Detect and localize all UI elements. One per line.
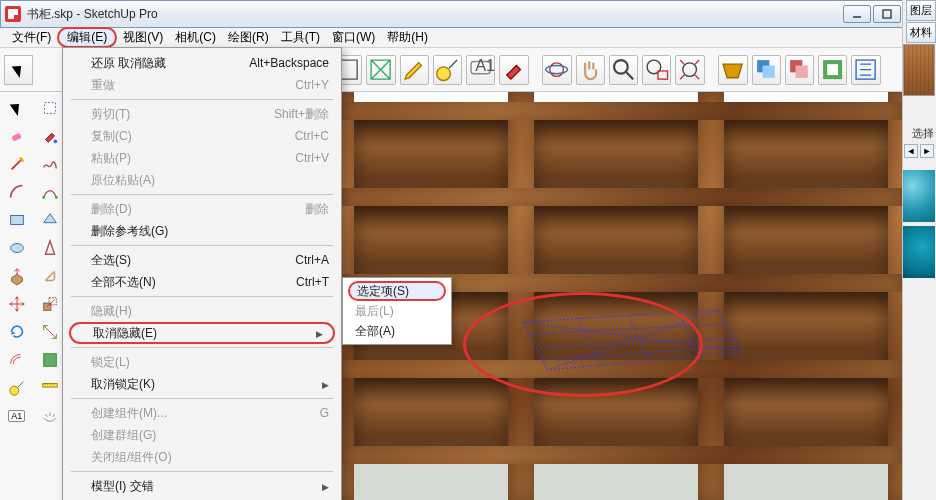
menu-redo[interactable]: 重做Ctrl+Y: [65, 74, 339, 96]
material-swatch-water1[interactable]: [903, 170, 935, 222]
circle-tool[interactable]: [3, 236, 31, 260]
tab-materials[interactable]: 材料: [906, 22, 936, 43]
menu-window[interactable]: 窗口(W): [326, 27, 381, 48]
tool-pencil-icon[interactable]: [400, 55, 429, 85]
svg-rect-21: [10, 216, 23, 225]
tool-zoomext-icon[interactable]: [675, 55, 704, 85]
tool-shadows-icon[interactable]: [752, 55, 781, 85]
menu-delete-guides[interactable]: 删除参考线(G): [65, 220, 339, 242]
tool-section-icon[interactable]: [718, 55, 747, 85]
rotate-tool[interactable]: [3, 320, 31, 344]
tab-layers[interactable]: 图层: [906, 0, 936, 21]
tool-zoom-icon[interactable]: [609, 55, 638, 85]
arc-tool[interactable]: [3, 180, 31, 204]
nav-forward-button[interactable]: ►: [920, 144, 934, 158]
menu-unlock[interactable]: 取消锁定(K): [65, 373, 339, 395]
tool-paint-icon[interactable]: [499, 55, 528, 85]
tape-tool[interactable]: [3, 376, 31, 400]
menu-help[interactable]: 帮助(H): [381, 27, 434, 48]
menu-cut[interactable]: 剪切(T)Shift+删除: [65, 103, 339, 125]
walk-tool[interactable]: [36, 376, 64, 400]
window-title: 书柜.skp - SketchUp Pro: [27, 6, 843, 23]
rect-tool[interactable]: [3, 208, 31, 232]
menu-make-component[interactable]: 创建组件(M)...G: [65, 402, 339, 424]
svg-rect-30: [44, 354, 57, 367]
edit-menu: 还原 取消隐藏Alt+Backspace 重做Ctrl+Y 剪切(T)Shift…: [62, 47, 342, 500]
menu-select-none[interactable]: 全部不选(N)Ctrl+T: [65, 271, 339, 293]
svg-point-22: [10, 244, 23, 253]
app-icon: [5, 6, 21, 22]
material-swatch-water2[interactable]: [903, 226, 935, 278]
section-tool[interactable]: [36, 348, 64, 372]
followme-tool[interactable]: [36, 264, 64, 288]
nav-back-button[interactable]: ◄: [904, 144, 918, 158]
svg-point-9: [614, 60, 628, 74]
tool-wireframe-icon[interactable]: [366, 55, 395, 85]
submenu-all[interactable]: 全部(A): [345, 321, 449, 341]
svg-point-12: [683, 63, 697, 77]
materials-nav: ◄ ►: [904, 144, 934, 158]
tool-tape-icon[interactable]: [433, 55, 462, 85]
select-tool[interactable]: [3, 96, 31, 120]
menu-delete[interactable]: 删除(D)删除: [65, 198, 339, 220]
svg-rect-14: [762, 65, 774, 77]
menu-copy[interactable]: 复制(C)Ctrl+C: [65, 125, 339, 147]
tool-styles-icon[interactable]: [818, 55, 847, 85]
paint-tool[interactable]: [36, 124, 64, 148]
svg-rect-16: [795, 65, 807, 77]
submenu-arrow-icon: [322, 377, 329, 391]
submenu-arrow-icon: [322, 479, 329, 493]
minimize-button[interactable]: [843, 5, 871, 23]
menu-unhide[interactable]: 取消隐藏(E): [69, 322, 335, 344]
menu-tools[interactable]: 工具(T): [275, 27, 326, 48]
scale-tool[interactable]: [36, 292, 64, 316]
menu-file[interactable]: 文件(F): [6, 27, 57, 48]
tool-zoomwin-icon[interactable]: [642, 55, 671, 85]
svg-point-27: [55, 196, 58, 199]
pushpull-tool[interactable]: [3, 264, 31, 288]
menu-intersect[interactable]: 模型(I) 交错: [65, 475, 339, 497]
text-tool[interactable]: A1: [3, 404, 31, 428]
menu-hide[interactable]: 隐藏(H): [65, 300, 339, 322]
menu-paste-in-place[interactable]: 原位粘贴(A): [65, 169, 339, 191]
tool-outliner-icon[interactable]: [851, 55, 880, 85]
tool-text-icon[interactable]: A1: [466, 55, 495, 85]
material-swatch-wood[interactable]: [903, 44, 935, 96]
freehand-tool[interactable]: [36, 152, 64, 176]
menu-camera[interactable]: 相机(C): [169, 27, 222, 48]
tool-orbit-icon[interactable]: [542, 55, 571, 85]
menu-close-group[interactable]: 关闭组/组件(O): [65, 446, 339, 468]
titlebar: 书柜.skp - SketchUp Pro: [0, 0, 936, 28]
menu-lock[interactable]: 锁定(L): [65, 351, 339, 373]
menu-view[interactable]: 视图(V): [117, 27, 169, 48]
right-tray: 图层 材料 选择 ◄ ►: [902, 0, 936, 500]
maximize-button[interactable]: [873, 5, 901, 23]
menu-paste[interactable]: 粘贴(P)Ctrl+V: [65, 147, 339, 169]
eraser-tool[interactable]: [3, 124, 31, 148]
menu-edit[interactable]: 编辑(E): [57, 27, 117, 48]
protractor-tool[interactable]: [36, 208, 64, 232]
svg-point-4: [437, 67, 451, 81]
tool-fog-icon[interactable]: [785, 55, 814, 85]
menu-draw[interactable]: 绘图(R): [222, 27, 275, 48]
menu-undo[interactable]: 还原 取消隐藏Alt+Backspace: [65, 52, 339, 74]
svg-point-25: [54, 140, 58, 144]
submenu-last[interactable]: 最后(L): [345, 301, 449, 321]
svg-point-23: [10, 386, 19, 395]
axes-tool[interactable]: [36, 236, 64, 260]
materials-select-label: 选择: [912, 126, 934, 141]
polygon-tool[interactable]: [36, 180, 64, 204]
offset-tool[interactable]: [3, 348, 31, 372]
menu-select-all[interactable]: 全选(S)Ctrl+A: [65, 249, 339, 271]
submenu-selected[interactable]: 选定项(S): [348, 281, 446, 301]
select-tool-button[interactable]: [4, 55, 33, 85]
dimension-tool[interactable]: [36, 320, 64, 344]
tool-pan-icon[interactable]: [576, 55, 605, 85]
move-tool[interactable]: [3, 292, 31, 316]
unhide-submenu: 选定项(S) 最后(L) 全部(A): [342, 277, 452, 345]
look-tool[interactable]: [36, 404, 64, 428]
line-tool[interactable]: [3, 152, 31, 176]
component-tool[interactable]: [36, 96, 64, 120]
menu-make-group[interactable]: 创建群组(G): [65, 424, 339, 446]
svg-point-8: [546, 65, 568, 73]
